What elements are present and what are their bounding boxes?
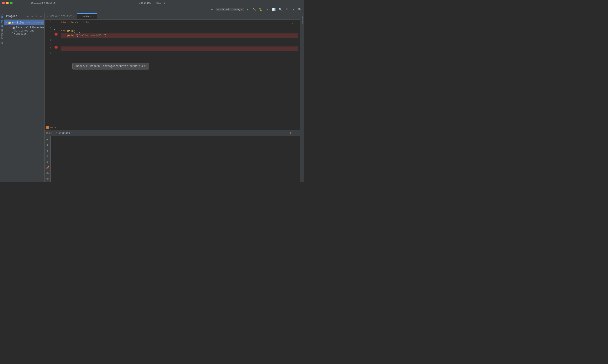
run-panel: Run: ■ untitled × ⚙ — ▶ ▼ ▲ ⊞ ⊞ [45, 130, 300, 182]
code-line-7 [61, 46, 298, 51]
run-content [51, 136, 300, 182]
code-content[interactable]: #include <stdio.h> int main ( ) { [59, 20, 300, 125]
expand-button[interactable]: ⤢ [291, 7, 296, 12]
run-config-selector[interactable]: untitled | Debug ▾ [216, 8, 244, 11]
run-tab-untitled[interactable]: ■ untitled × [54, 130, 75, 136]
code-line-9 [61, 55, 298, 60]
kw-brace-close: } [61, 51, 63, 55]
project-header-icons: ⚙ ⚙ ⚙ — [26, 14, 43, 18]
run-tool-play[interactable]: ▶ [45, 137, 50, 142]
debug-button[interactable]: 🐛 [258, 7, 263, 12]
kw-main: main [67, 29, 74, 33]
run-panel-icons: ⚙ — [289, 131, 298, 135]
run-tool-trash[interactable]: 🗑 [45, 177, 50, 181]
breakpoint-7[interactable] [54, 46, 58, 49]
run-left-tools: ▶ ▼ ▲ ⊞ ⊞ 📌 🖶 🗑 [45, 136, 51, 182]
breadcrumb-project: untitled [30, 1, 43, 5]
semicolon-4: ; [106, 33, 108, 38]
tree-item-untitled[interactable]: ▼ 📁 untitled ~/CLionProjects/untitled [4, 20, 44, 25]
run-config-label: untitled | Debug [217, 8, 240, 11]
window-controls [2, 2, 13, 4]
tab-close-main[interactable]: × [93, 15, 94, 18]
code-footer: f main [45, 125, 300, 130]
close-button[interactable] [2, 2, 5, 4]
titlebar: untitled – main.c untitled › main.c [0, 0, 304, 6]
cmake-tab-icon: △ [47, 15, 49, 18]
code-line-6 [61, 42, 298, 46]
breadcrumb-sep: › [44, 1, 45, 5]
run-tool-tree[interactable]: ⊞ [45, 160, 50, 164]
tree-item-scratches[interactable]: ▶ ⚙ Scratches and Consoles [4, 30, 44, 35]
project-options-icon[interactable]: ⚙ [26, 14, 29, 18]
run-tool-pin[interactable]: 📌 [45, 165, 50, 170]
build-button[interactable]: 🔨 [252, 7, 257, 12]
analyze-button[interactable]: 🔍 [278, 7, 283, 12]
pause-button: ⏸ [284, 7, 290, 12]
tree-arrow-untitled: ▼ [6, 22, 7, 24]
project-tree: ▼ 📁 untitled ~/CLionProjects/untitled ▶ … [4, 20, 44, 182]
maximize-button[interactable] [10, 2, 13, 4]
c-tab-icon: C [80, 15, 81, 18]
project-gear-icon[interactable]: ⚙ [30, 14, 34, 18]
search-button[interactable]: 🔍 [297, 7, 303, 12]
back-button[interactable]: ← [210, 7, 215, 12]
tab-label-main: main.c [83, 15, 92, 18]
run-arrow: ▶ [54, 28, 56, 31]
run-tab-label: untitled [58, 132, 70, 134]
database-label[interactable]: Database [301, 15, 303, 24]
breakpoint-4[interactable] [54, 33, 58, 36]
tree-arrow-ext: ▶ [9, 26, 11, 29]
kw-printf: printf [67, 33, 77, 38]
run-tab-icon: ■ [56, 132, 57, 134]
run-panel-header: Run: ■ untitled × ⚙ — [45, 130, 300, 136]
profile-button[interactable]: 📊 [271, 7, 277, 12]
tab-cmakelists[interactable]: △ CMakeLists.txt × [45, 13, 77, 19]
file-valid-checkmark: ✓ [292, 21, 294, 26]
sidebar-item-structure[interactable]: 2: Favorites [0, 28, 4, 45]
run-tab-close[interactable]: × [71, 132, 72, 134]
code-editor[interactable]: 1 2 3 4 5 6 7 8 9 ▶ #includ [45, 20, 300, 125]
method-breadcrumb: f main [46, 126, 56, 129]
code-line-4: printf ( "Hello, World!\n" ) ; [61, 33, 298, 38]
run-tool-print[interactable]: 🖶 [45, 171, 50, 176]
kw-header: <stdio.h> [75, 20, 89, 25]
project-panel-title: Project [6, 15, 25, 18]
project-panel-header: Project ⚙ ⚙ ⚙ — [4, 13, 44, 20]
tree-subtitle-untitled: ~/CLionProjects/untitled [26, 22, 44, 24]
run-panel-minimize[interactable]: — [294, 131, 298, 135]
method-icon: f [46, 126, 49, 129]
run-tool-wrap[interactable]: ⊞ [45, 154, 50, 159]
project-collapse-icon[interactable]: — [39, 14, 43, 18]
left-icon-strip: 1: Project 2: Favorites [0, 13, 4, 182]
minimize-button[interactable] [6, 2, 9, 4]
tab-label-cmake: CMakeLists.txt [50, 15, 72, 18]
kw-int: int [61, 29, 66, 33]
folder-icon-ext: 📚 [12, 26, 15, 29]
kw-include: #include [61, 20, 74, 25]
editor-tabs: △ CMakeLists.txt × C main.c × [45, 13, 300, 20]
breakpoint-tooltip: /Users/liumiao/CLionProjects/untitled/ma… [72, 63, 149, 69]
kw-printf-close: ) [105, 33, 106, 38]
run-panel-settings[interactable]: ⚙ [289, 131, 293, 135]
project-settings-icon[interactable]: ⚙ [35, 14, 38, 18]
main-layout: 1: Project 2: Favorites Project ⚙ ⚙ ⚙ — … [0, 13, 304, 182]
run-panel-body: ▶ ▼ ▲ ⊞ ⊞ 📌 🖶 🗑 [45, 136, 300, 182]
run-button[interactable]: ▶ [245, 7, 250, 12]
main-toolbar: ← untitled | Debug ▾ ▶ 🔨 🐛 ⚡ 📊 🔍 ⏸ ⤢ 🔍 [0, 6, 304, 13]
sidebar-item-project[interactable]: 1: Project [0, 14, 4, 28]
breadcrumb-file: main.c [46, 1, 56, 5]
coverage-button[interactable]: ⚡ [265, 7, 270, 12]
run-tool-down[interactable]: ▼ [45, 143, 50, 147]
kw-paren-close: ) [75, 29, 77, 33]
code-line-8: } [61, 51, 298, 55]
code-line-2 [61, 25, 298, 29]
breadcrumb: untitled › main.c [30, 1, 56, 5]
gutter: ▶ [53, 20, 59, 125]
tab-close-cmake[interactable]: × [73, 15, 74, 18]
project-panel: Project ⚙ ⚙ ⚙ — ▼ 📁 untitled ~/CLionProj… [4, 13, 45, 182]
window-title: untitled – main.c [139, 1, 165, 5]
run-tool-up[interactable]: ▲ [45, 148, 50, 153]
tab-main-c[interactable]: C main.c × [77, 13, 97, 19]
kw-string-hello: "Hello, World!\n" [78, 33, 105, 38]
folder-icon-scratches: ⚙ [12, 31, 13, 34]
